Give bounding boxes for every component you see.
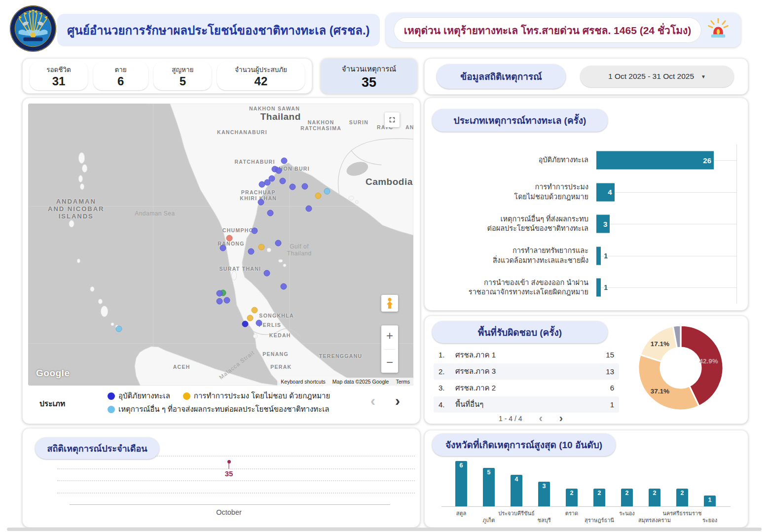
types-bar-zone: 4: [596, 177, 737, 209]
province-bar[interactable]: 2: [566, 489, 578, 506]
table-row[interactable]: 2.ศรชล.ภาค 313: [434, 363, 619, 380]
donut-slice-1[interactable]: [638, 355, 699, 410]
incident-marker-accident[interactable]: [301, 183, 308, 189]
table-row[interactable]: 3.ศรชล.ภาค 26: [434, 380, 619, 396]
types-category-label: อุบัติภัยทางทะเล: [425, 155, 596, 165]
incident-marker-accident[interactable]: [251, 227, 257, 234]
incident-marker-fishing[interactable]: [247, 315, 254, 321]
province-bar[interactable]: 2: [676, 489, 688, 506]
survivors-label: รอดชีวิต: [30, 64, 88, 75]
incident-marker-accident[interactable]: [281, 158, 287, 164]
province-bar[interactable]: 1: [704, 496, 716, 506]
zoom-out-button[interactable]: −: [386, 354, 393, 371]
google-map[interactable]: NAKHON SAWANThailandKANCHANABURINAKHON R…: [28, 104, 413, 386]
province-label: ระยอง: [683, 516, 737, 525]
incident-marker-accident_dark[interactable]: [242, 320, 249, 327]
incident-marker-accident[interactable]: [257, 199, 264, 205]
incident-marker-fishing[interactable]: [258, 244, 264, 250]
province-bar[interactable]: 4: [511, 475, 522, 506]
province-bar[interactable]: 3: [538, 482, 550, 506]
incident-marker-accident[interactable]: [275, 240, 281, 246]
bar-value: 4: [511, 476, 522, 483]
incident-marker-accident[interactable]: [220, 245, 226, 251]
bar-value: 4: [608, 188, 612, 196]
legend-items: อุบัติภัยทางทะเลการทำการประมง โดยไม่ชอบ …: [108, 389, 330, 415]
victims-value: 42: [217, 75, 305, 88]
incident-marker-accident[interactable]: [279, 177, 286, 184]
incident-marker-accident[interactable]: [264, 179, 271, 185]
incident-marker-red[interactable]: [226, 235, 233, 241]
table-pagination: 1 - 4 / 4 ‹ ›: [499, 414, 563, 424]
incident-marker-accident[interactable]: [216, 298, 222, 305]
incident-marker-accident[interactable]: [224, 297, 230, 304]
point-dot: [227, 460, 231, 463]
map-attribution: Keyboard shortcuts Map data ©2025 Google…: [277, 378, 413, 386]
incident-marker-accident[interactable]: [275, 168, 282, 174]
incident-marker-accident[interactable]: [280, 284, 287, 290]
incident-map-card: NAKHON SAWANThailandKANCHANABURINAKHON R…: [22, 98, 420, 424]
victims-stat: จำนวนผู้ประสบภัย 42: [217, 62, 305, 90]
province-bar[interactable]: 2: [649, 489, 660, 506]
app-title-text: ศูนย์อำนวยการรักษาผลประโยชน์ของชาติทางทะ…: [67, 21, 370, 40]
bar-value: 2: [649, 490, 660, 497]
incident-marker-accident[interactable]: [264, 270, 270, 277]
types-bar[interactable]: 26: [596, 151, 714, 170]
table-prev-button[interactable]: ‹: [539, 414, 542, 424]
keyboard-shortcuts-link[interactable]: Keyboard shortcuts: [277, 378, 329, 386]
survivors-value: 31: [30, 75, 88, 88]
terms-link[interactable]: Terms: [392, 378, 413, 386]
area-table-title: พื้นที่รับผิดชอบ (ครั้ง): [432, 321, 608, 343]
table-next-button[interactable]: ›: [559, 414, 563, 424]
map-data-text: Map data ©2025 Google: [329, 378, 393, 386]
table-row[interactable]: 1.ศรชล.ภาค 115: [434, 347, 619, 363]
pegman-control[interactable]: [381, 295, 398, 312]
zoom-in-button[interactable]: +: [386, 327, 393, 344]
incident-marker-other[interactable]: [116, 325, 122, 332]
province-bar[interactable]: 5: [483, 468, 495, 506]
row-area-name: ศรชล.ภาค 3: [455, 365, 589, 377]
types-bar[interactable]: [596, 247, 601, 265]
legend-next-button[interactable]: ›: [395, 393, 400, 408]
gridline: [596, 287, 736, 288]
types-bar[interactable]: [596, 279, 601, 297]
province-bar[interactable]: 2: [593, 489, 605, 506]
monthly-chart-title: สถิติเหตุการณ์ประจำเดือน: [35, 437, 159, 459]
row-rank: 1.: [439, 351, 455, 359]
fullscreen-button[interactable]: [385, 112, 400, 127]
incident-marker-accident[interactable]: [248, 248, 255, 255]
x-axis-line: [70, 504, 390, 505]
incident-marker-accident[interactable]: [290, 183, 296, 190]
province-bar[interactable]: 2: [621, 489, 633, 506]
incident-marker-accident[interactable]: [256, 319, 262, 326]
map-legend: ประเภท อุบัติภัยทางทะเลการทำการประมง โดย…: [23, 387, 420, 421]
types-bar-chart: อุบัติภัยทางทะเล26การทำการประมง โดยไม่ชอ…: [425, 144, 748, 304]
incident-marker-other[interactable]: [324, 188, 330, 194]
incident-marker-fishing[interactable]: [315, 192, 321, 199]
bar-value: 5: [483, 469, 495, 476]
incident-marker-fishing[interactable]: [251, 307, 257, 314]
row-count: 13: [589, 367, 614, 376]
date-range-selector[interactable]: 1 Oct 2025 - 31 Oct 2025 ▼: [580, 66, 734, 87]
types-bar[interactable]: 4: [596, 183, 615, 201]
legend-prev-button[interactable]: ‹: [370, 393, 375, 408]
dashboard-page: ศูนย์อำนวยการรักษาผลประโยชน์ของชาติทางทะ…: [0, 0, 769, 532]
types-row: อุบัติภัยทางทะเล26: [425, 144, 748, 177]
bar-value: 1: [604, 252, 608, 260]
incident-marker-accident[interactable]: [258, 181, 265, 187]
hotline-text: เหตุด่วน เหตุร้ายทางทะเล โทร.สายด่วน ศรช…: [404, 22, 692, 38]
table-row[interactable]: 4.พื้นที่อื่นๆ1: [434, 396, 619, 413]
incident-marker-accident[interactable]: [216, 290, 222, 297]
types-row: เหตุการณ์อื่นๆ ที่ส่งผลกระทบ ต่อผลประโยช…: [425, 208, 748, 240]
app-title: ศูนย์อำนวยการรักษาผลประโยชน์ของชาติทางทะ…: [57, 14, 380, 46]
types-bar-zone: 3: [596, 208, 737, 240]
horizontal-scrollbar[interactable]: [7, 528, 762, 531]
area-donut-chart[interactable]: 42.9%37.1%17.1%: [636, 322, 726, 414]
incident-marker-accident[interactable]: [306, 205, 312, 212]
incident-marker-accident[interactable]: [267, 210, 274, 216]
types-bar[interactable]: 3: [596, 215, 610, 233]
chevron-down-icon: ▼: [701, 74, 706, 79]
bar-value: 2: [621, 490, 633, 497]
province-bar[interactable]: 6: [455, 461, 467, 506]
row-area-name: พื้นที่อื่นๆ: [455, 398, 589, 410]
zoom-divider: [384, 349, 395, 350]
